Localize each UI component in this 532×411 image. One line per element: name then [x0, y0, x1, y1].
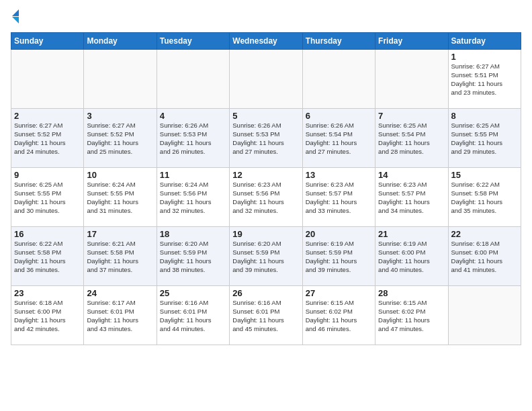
calendar-cell — [11, 50, 84, 109]
calendar-cell: 25Sunrise: 6:16 AM Sunset: 6:01 PM Dayli… — [157, 286, 229, 345]
day-info: Sunrise: 6:25 AM Sunset: 5:54 PM Dayligh… — [378, 122, 445, 156]
day-number: 14 — [378, 170, 445, 180]
day-number: 6 — [306, 111, 372, 121]
col-header-monday: Monday — [84, 33, 157, 50]
day-number: 9 — [14, 170, 81, 180]
logo-text-block — [11, 11, 19, 27]
col-header-saturday: Saturday — [448, 33, 521, 50]
calendar-cell: 7Sunrise: 6:25 AM Sunset: 5:54 PM Daylig… — [375, 109, 448, 168]
day-number: 17 — [87, 229, 153, 239]
day-info: Sunrise: 6:26 AM Sunset: 5:53 PM Dayligh… — [232, 122, 299, 156]
calendar-cell: 19Sunrise: 6:20 AM Sunset: 5:59 PM Dayli… — [230, 227, 302, 286]
day-number: 18 — [160, 229, 226, 239]
day-info: Sunrise: 6:25 AM Sunset: 5:55 PM Dayligh… — [451, 122, 518, 156]
calendar-cell: 8Sunrise: 6:25 AM Sunset: 5:55 PM Daylig… — [448, 109, 521, 168]
day-info: Sunrise: 6:27 AM Sunset: 5:51 PM Dayligh… — [451, 62, 518, 97]
day-number: 16 — [14, 229, 81, 239]
calendar-cell — [84, 50, 157, 109]
col-header-tuesday: Tuesday — [157, 33, 229, 50]
day-info: Sunrise: 6:16 AM Sunset: 6:01 PM Dayligh… — [160, 299, 226, 333]
day-number: 25 — [160, 288, 226, 298]
day-number: 19 — [232, 229, 299, 239]
day-info: Sunrise: 6:19 AM Sunset: 6:00 PM Dayligh… — [378, 240, 445, 274]
calendar-cell: 6Sunrise: 6:26 AM Sunset: 5:54 PM Daylig… — [302, 109, 375, 168]
day-info: Sunrise: 6:23 AM Sunset: 5:57 PM Dayligh… — [306, 181, 372, 215]
day-info: Sunrise: 6:23 AM Sunset: 5:56 PM Dayligh… — [232, 181, 299, 215]
col-header-wednesday: Wednesday — [230, 33, 302, 50]
calendar-cell: 15Sunrise: 6:22 AM Sunset: 5:58 PM Dayli… — [448, 168, 521, 227]
day-number: 1 — [451, 52, 518, 62]
page-header — [11, 7, 521, 27]
calendar-cell: 5Sunrise: 6:26 AM Sunset: 5:53 PM Daylig… — [230, 109, 302, 168]
day-info: Sunrise: 6:25 AM Sunset: 5:55 PM Dayligh… — [14, 181, 81, 215]
calendar-header-row: SundayMondayTuesdayWednesdayThursdayFrid… — [11, 33, 521, 50]
day-info: Sunrise: 6:26 AM Sunset: 5:53 PM Dayligh… — [160, 122, 226, 156]
day-info: Sunrise: 6:20 AM Sunset: 5:59 PM Dayligh… — [160, 240, 226, 274]
col-header-sunday: Sunday — [11, 33, 84, 50]
calendar-cell: 28Sunrise: 6:15 AM Sunset: 6:02 PM Dayli… — [375, 286, 448, 345]
day-number: 21 — [378, 229, 445, 239]
day-info: Sunrise: 6:26 AM Sunset: 5:54 PM Dayligh… — [306, 122, 372, 156]
day-info: Sunrise: 6:16 AM Sunset: 6:01 PM Dayligh… — [232, 299, 299, 333]
day-info: Sunrise: 6:18 AM Sunset: 6:00 PM Dayligh… — [14, 299, 81, 333]
calendar-cell — [230, 50, 302, 109]
calendar-table: SundayMondayTuesdayWednesdayThursdayFrid… — [11, 32, 521, 345]
day-number: 12 — [232, 170, 299, 180]
calendar-week-row: 1Sunrise: 6:27 AM Sunset: 5:51 PM Daylig… — [11, 50, 521, 109]
day-info: Sunrise: 6:27 AM Sunset: 5:52 PM Dayligh… — [14, 122, 81, 156]
day-info: Sunrise: 6:15 AM Sunset: 6:02 PM Dayligh… — [378, 299, 445, 333]
calendar-cell: 9Sunrise: 6:25 AM Sunset: 5:55 PM Daylig… — [11, 168, 84, 227]
calendar-cell — [375, 50, 448, 109]
calendar-cell: 13Sunrise: 6:23 AM Sunset: 5:57 PM Dayli… — [302, 168, 375, 227]
calendar-cell: 2Sunrise: 6:27 AM Sunset: 5:52 PM Daylig… — [11, 109, 84, 168]
calendar-week-row: 23Sunrise: 6:18 AM Sunset: 6:00 PM Dayli… — [11, 286, 521, 345]
day-info: Sunrise: 6:19 AM Sunset: 5:59 PM Dayligh… — [306, 240, 372, 274]
day-number: 22 — [451, 229, 518, 239]
calendar-week-row: 9Sunrise: 6:25 AM Sunset: 5:55 PM Daylig… — [11, 168, 521, 227]
calendar-cell — [448, 286, 521, 345]
day-info: Sunrise: 6:24 AM Sunset: 5:55 PM Dayligh… — [87, 181, 153, 215]
day-number: 11 — [160, 170, 226, 180]
day-number: 7 — [378, 111, 445, 121]
calendar-cell: 18Sunrise: 6:20 AM Sunset: 5:59 PM Dayli… — [157, 227, 229, 286]
calendar-cell: 1Sunrise: 6:27 AM Sunset: 5:51 PM Daylig… — [448, 50, 521, 109]
day-number: 13 — [306, 170, 372, 180]
day-info: Sunrise: 6:22 AM Sunset: 5:58 PM Dayligh… — [451, 181, 518, 215]
day-info: Sunrise: 6:17 AM Sunset: 6:01 PM Dayligh… — [87, 299, 153, 333]
day-number: 26 — [232, 288, 299, 298]
col-header-friday: Friday — [375, 33, 448, 50]
calendar-cell: 24Sunrise: 6:17 AM Sunset: 6:01 PM Dayli… — [84, 286, 157, 345]
calendar-cell: 16Sunrise: 6:22 AM Sunset: 5:58 PM Dayli… — [11, 227, 84, 286]
calendar-cell: 4Sunrise: 6:26 AM Sunset: 5:53 PM Daylig… — [157, 109, 229, 168]
calendar-cell — [302, 50, 375, 109]
day-info: Sunrise: 6:15 AM Sunset: 6:02 PM Dayligh… — [306, 299, 372, 333]
day-info: Sunrise: 6:20 AM Sunset: 5:59 PM Dayligh… — [232, 240, 299, 274]
calendar-cell: 22Sunrise: 6:18 AM Sunset: 6:00 PM Dayli… — [448, 227, 521, 286]
day-info: Sunrise: 6:23 AM Sunset: 5:57 PM Dayligh… — [378, 181, 445, 215]
calendar-cell: 21Sunrise: 6:19 AM Sunset: 6:00 PM Dayli… — [375, 227, 448, 286]
calendar-cell — [157, 50, 229, 109]
day-number: 2 — [14, 111, 81, 121]
day-info: Sunrise: 6:24 AM Sunset: 5:56 PM Dayligh… — [160, 181, 226, 215]
day-number: 15 — [451, 170, 518, 180]
day-number: 24 — [87, 288, 153, 298]
calendar-cell: 27Sunrise: 6:15 AM Sunset: 6:02 PM Dayli… — [302, 286, 375, 345]
day-number: 3 — [87, 111, 153, 121]
day-info: Sunrise: 6:22 AM Sunset: 5:58 PM Dayligh… — [14, 240, 81, 274]
day-info: Sunrise: 6:18 AM Sunset: 6:00 PM Dayligh… — [451, 240, 518, 274]
calendar-cell: 12Sunrise: 6:23 AM Sunset: 5:56 PM Dayli… — [230, 168, 302, 227]
day-number: 20 — [306, 229, 372, 239]
day-number: 5 — [232, 111, 299, 121]
calendar-cell: 20Sunrise: 6:19 AM Sunset: 5:59 PM Dayli… — [302, 227, 375, 286]
calendar-cell: 14Sunrise: 6:23 AM Sunset: 5:57 PM Dayli… — [375, 168, 448, 227]
day-number: 4 — [160, 111, 226, 121]
day-number: 27 — [306, 288, 372, 298]
calendar-week-row: 2Sunrise: 6:27 AM Sunset: 5:52 PM Daylig… — [11, 109, 521, 168]
calendar-cell: 11Sunrise: 6:24 AM Sunset: 5:56 PM Dayli… — [157, 168, 229, 227]
calendar-cell: 10Sunrise: 6:24 AM Sunset: 5:55 PM Dayli… — [84, 168, 157, 227]
col-header-thursday: Thursday — [302, 33, 375, 50]
day-info: Sunrise: 6:27 AM Sunset: 5:52 PM Dayligh… — [87, 122, 153, 156]
calendar-week-row: 16Sunrise: 6:22 AM Sunset: 5:58 PM Dayli… — [11, 227, 521, 286]
calendar-cell: 23Sunrise: 6:18 AM Sunset: 6:00 PM Dayli… — [11, 286, 84, 345]
calendar-cell: 3Sunrise: 6:27 AM Sunset: 5:52 PM Daylig… — [84, 109, 157, 168]
